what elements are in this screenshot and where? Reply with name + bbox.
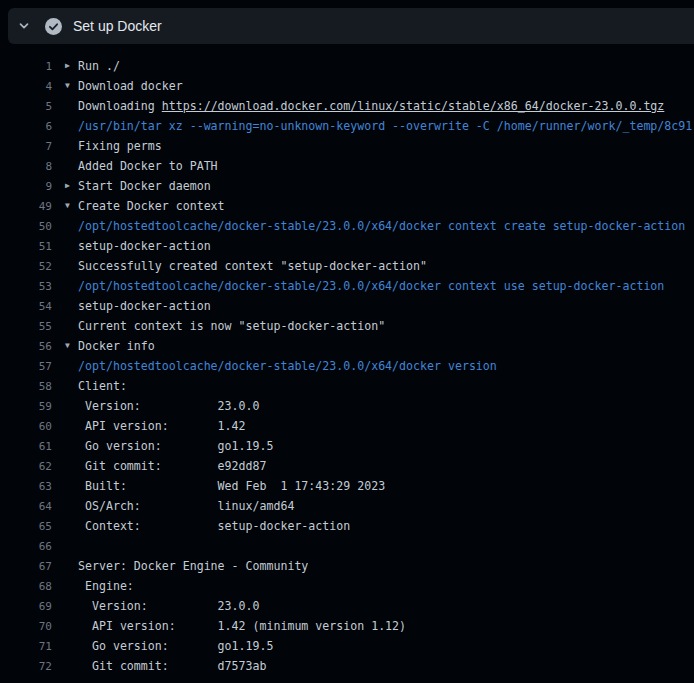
line-number[interactable]: 4 bbox=[0, 80, 52, 93]
log-text-segment: Successfully created context "setup-dock… bbox=[78, 259, 427, 273]
log-text-segment: Version: 23.0.0 bbox=[78, 599, 259, 613]
log-text: Version: 23.0.0 bbox=[78, 599, 259, 613]
triangle-right-icon[interactable]: ▶ bbox=[52, 62, 78, 70]
log-text-segment: Docker info bbox=[78, 339, 155, 353]
log-text-segment: Run ./ bbox=[78, 59, 120, 73]
log-line: 71 Go version: go1.19.5 bbox=[0, 636, 694, 656]
line-number[interactable]: 61 bbox=[0, 440, 52, 453]
log-line: 62 Git commit: e92dd87 bbox=[0, 456, 694, 476]
log-text: /opt/hostedtoolcache/docker-stable/23.0.… bbox=[78, 279, 664, 293]
triangle-down-icon[interactable]: ▼ bbox=[52, 342, 78, 350]
log-text-segment: Downloading bbox=[78, 99, 162, 113]
check-circle-icon bbox=[45, 18, 62, 35]
line-number[interactable]: 71 bbox=[0, 640, 52, 653]
log-text: Download docker bbox=[78, 79, 183, 93]
log-line: 5 Downloading https://download.docker.co… bbox=[0, 96, 694, 116]
triangle-down-icon[interactable]: ▼ bbox=[52, 202, 78, 210]
log-line: 51 setup-docker-action bbox=[0, 236, 694, 256]
log-line: 54 setup-docker-action bbox=[0, 296, 694, 316]
log-text-segment: Current context is now "setup-docker-act… bbox=[78, 319, 385, 333]
line-number[interactable]: 54 bbox=[0, 300, 52, 313]
log-text-segment: Start Docker daemon bbox=[78, 179, 211, 193]
line-number[interactable]: 56 bbox=[0, 340, 52, 353]
line-number[interactable]: 8 bbox=[0, 160, 52, 173]
line-number[interactable]: 51 bbox=[0, 240, 52, 253]
log-line: 7 Fixing perms bbox=[0, 136, 694, 156]
line-number[interactable]: 64 bbox=[0, 500, 52, 513]
log-line: 64 OS/Arch: linux/amd64 bbox=[0, 496, 694, 516]
line-number[interactable]: 57 bbox=[0, 360, 52, 373]
log-line[interactable]: 4 ▼ Download docker bbox=[0, 76, 694, 96]
log-text: Added Docker to PATH bbox=[78, 159, 218, 173]
line-number[interactable]: 68 bbox=[0, 580, 52, 593]
log-line: 66 bbox=[0, 536, 694, 556]
log-text: Git commit: e92dd87 bbox=[78, 459, 266, 473]
log-text: Git commit: d7573ab bbox=[78, 659, 266, 673]
log-text: API version: 1.42 bbox=[78, 419, 246, 433]
line-number[interactable]: 9 bbox=[0, 180, 52, 193]
line-number[interactable]: 52 bbox=[0, 260, 52, 273]
log-text-segment: Client: bbox=[78, 379, 127, 393]
log-text-segment: /opt/hostedtoolcache/docker-stable/23.0.… bbox=[78, 219, 685, 233]
log-text: Go version: go1.19.5 bbox=[78, 639, 273, 653]
line-number[interactable]: 7 bbox=[0, 140, 52, 153]
log-text: Client: bbox=[78, 379, 127, 393]
log-text: Go version: go1.19.5 bbox=[78, 439, 273, 453]
step-header[interactable]: Set up Docker bbox=[8, 8, 694, 44]
log-line[interactable]: 1 ▶ Run ./ bbox=[0, 56, 694, 76]
log-text: Version: 23.0.0 bbox=[78, 399, 259, 413]
triangle-right-icon[interactable]: ▶ bbox=[52, 182, 78, 190]
line-number[interactable]: 5 bbox=[0, 100, 52, 113]
line-number[interactable]: 49 bbox=[0, 200, 52, 213]
step-title: Set up Docker bbox=[73, 18, 162, 34]
log-line: 68 Engine: bbox=[0, 576, 694, 596]
line-number[interactable]: 67 bbox=[0, 560, 52, 573]
line-number[interactable]: 70 bbox=[0, 620, 52, 633]
line-number[interactable]: 6 bbox=[0, 120, 52, 133]
line-number[interactable]: 50 bbox=[0, 220, 52, 233]
log-line: 65 Context: setup-docker-action bbox=[0, 516, 694, 536]
log-text-segment: Server: Docker Engine - Community bbox=[78, 559, 308, 573]
log-text-segment: Go version: go1.19.5 bbox=[78, 439, 273, 453]
log-line[interactable]: 56 ▼ Docker info bbox=[0, 336, 694, 356]
log-line[interactable]: 49 ▼ Create Docker context bbox=[0, 196, 694, 216]
line-number[interactable]: 60 bbox=[0, 420, 52, 433]
log-text: Built: Wed Feb 1 17:43:29 2023 bbox=[78, 479, 385, 493]
log-text-segment: Git commit: e92dd87 bbox=[78, 459, 266, 473]
log-text: Fixing perms bbox=[78, 139, 162, 153]
line-number[interactable]: 65 bbox=[0, 520, 52, 533]
log-line: 8 Added Docker to PATH bbox=[0, 156, 694, 176]
line-number[interactable]: 66 bbox=[0, 540, 52, 553]
log-line: 53 /opt/hostedtoolcache/docker-stable/23… bbox=[0, 276, 694, 296]
log-line: 69 Version: 23.0.0 bbox=[0, 596, 694, 616]
line-number[interactable]: 59 bbox=[0, 400, 52, 413]
log-text-segment: setup-docker-action bbox=[78, 239, 211, 253]
log-line: 67 Server: Docker Engine - Community bbox=[0, 556, 694, 576]
log-text-segment: /opt/hostedtoolcache/docker-stable/23.0.… bbox=[78, 359, 497, 373]
log-area: 1 ▶ Run ./ 4 ▼ Download docker 5 Downloa… bbox=[0, 44, 694, 676]
log-text: setup-docker-action bbox=[78, 239, 211, 253]
chevron-down-icon[interactable] bbox=[18, 20, 30, 32]
line-number[interactable]: 53 bbox=[0, 280, 52, 293]
log-line[interactable]: 9 ▶ Start Docker daemon bbox=[0, 176, 694, 196]
line-number[interactable]: 62 bbox=[0, 460, 52, 473]
line-number[interactable]: 58 bbox=[0, 380, 52, 393]
log-line: 50 /opt/hostedtoolcache/docker-stable/23… bbox=[0, 216, 694, 236]
log-text-segment: Context: setup-docker-action bbox=[78, 519, 350, 533]
line-number[interactable]: 72 bbox=[0, 660, 52, 673]
log-line: 61 Go version: go1.19.5 bbox=[0, 436, 694, 456]
log-text-segment: Version: 23.0.0 bbox=[78, 399, 259, 413]
log-text-segment: Git commit: d7573ab bbox=[78, 659, 266, 673]
log-text-segment: API version: 1.42 (minimum version 1.12) bbox=[78, 619, 406, 633]
log-text-segment: /opt/hostedtoolcache/docker-stable/23.0.… bbox=[78, 279, 664, 293]
log-line: 70 API version: 1.42 (minimum version 1.… bbox=[0, 616, 694, 636]
line-number[interactable]: 55 bbox=[0, 320, 52, 333]
log-line: 72 Git commit: d7573ab bbox=[0, 656, 694, 676]
log-line: 59 Version: 23.0.0 bbox=[0, 396, 694, 416]
log-link[interactable]: https://download.docker.com/linux/static… bbox=[162, 99, 665, 113]
line-number[interactable]: 69 bbox=[0, 600, 52, 613]
log-line: 52 Successfully created context "setup-d… bbox=[0, 256, 694, 276]
triangle-down-icon[interactable]: ▼ bbox=[52, 82, 78, 90]
line-number[interactable]: 63 bbox=[0, 480, 52, 493]
line-number[interactable]: 1 bbox=[0, 60, 52, 73]
